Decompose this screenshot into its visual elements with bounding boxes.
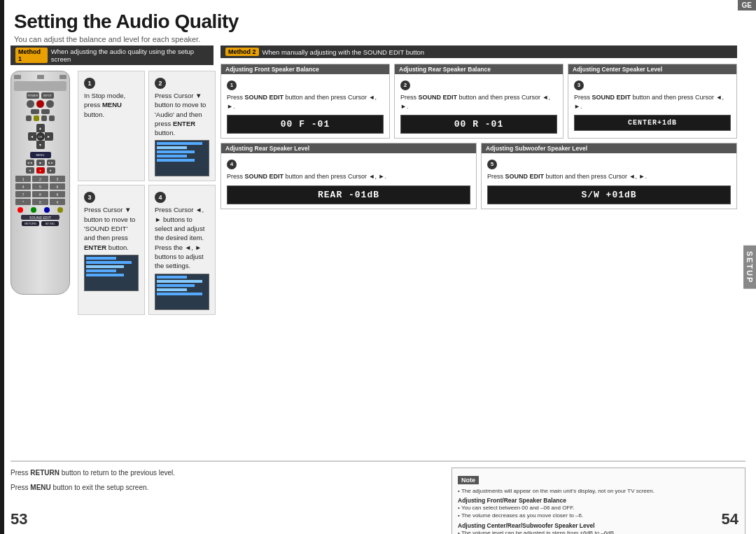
front-balance-box: Adjusting Front Speaker Balance 1 Press … <box>220 64 390 139</box>
bottom-area: Press RETURN button to return to the pre… <box>10 461 746 534</box>
adjust-grid-bottom: Adjusting Rear Speaker Level 4 Press SOU… <box>220 143 737 209</box>
center-level-display: CENTER+1dB <box>574 115 731 131</box>
page-container: GE SETUP Setting the Audio Quality You c… <box>0 0 756 534</box>
adjust-grid-top: Adjusting Front Speaker Balance 1 Press … <box>220 64 737 139</box>
step-2-text: Press Cursor ▼ button to move to 'Audio'… <box>155 91 209 137</box>
center-level-box: Adjusting Center Speaker Level 3 Press S… <box>568 64 737 139</box>
step-2-number: 2 <box>155 78 166 89</box>
page-num-left: 53 <box>10 510 27 528</box>
step-1: 1 In Stop mode, press MENU button. <box>78 71 145 181</box>
front-balance-text: Press SOUND EDIT button and then press C… <box>227 93 384 111</box>
screen-4 <box>155 274 209 310</box>
rear-level-content: 4 Press SOUND EDIT button and then press… <box>221 153 476 209</box>
note-section-1: Adjusting Front/Rear Speaker Balance <box>458 497 739 504</box>
note-text-3: • The volume decreases as you move close… <box>458 512 739 519</box>
sub-level-text: Press SOUND EDIT button and then press C… <box>487 172 731 181</box>
return-text-2: Press MENU button to exit the setup scre… <box>10 482 434 493</box>
front-balance-header: Adjusting Front Speaker Balance <box>221 64 389 74</box>
return-text-1: Press RETURN button to return to the pre… <box>10 468 434 478</box>
sub-level-content: 5 Press SOUND EDIT button and then press… <box>482 153 736 209</box>
step-1-number: 1 <box>84 78 95 89</box>
note-section-2: Adjusting Center/Rear/Subwoofer Speaker … <box>458 522 739 529</box>
center-level-text: Press SOUND EDIT button and then press C… <box>574 93 731 111</box>
header: Setting the Audio Quality You can adjust… <box>14 10 742 43</box>
note-box: Note • The adjustments will appear on th… <box>451 468 746 534</box>
step-circle-2: 2 <box>400 80 410 90</box>
rear-level-header: Adjusting Rear Speaker Level <box>221 143 476 153</box>
note-text-1: • The adjustments will appear on the mai… <box>458 487 739 495</box>
method2-badge: Method 2 <box>225 48 259 56</box>
step-circle-4: 4 <box>227 160 237 169</box>
method1-header: Method 1 When adjusting the audio qualit… <box>10 45 214 65</box>
step-circle-1: 1 <box>227 80 237 90</box>
method2-header: Method 2 When manually adjusting with th… <box>220 45 737 58</box>
front-balance-content: 1 Press SOUND EDIT button and then press… <box>221 74 389 138</box>
method2-section: Method 2 When manually adjusting with th… <box>220 45 737 209</box>
rear-balance-display: 00 R -01 <box>400 115 557 134</box>
step-circle-5: 5 <box>487 160 497 169</box>
note-text-4: • The volume level can be adjusted in st… <box>458 529 739 534</box>
step-circle-3: 3 <box>574 80 584 90</box>
center-level-header: Adjusting Center Speaker Level <box>568 64 736 74</box>
method1-badge: Method 1 <box>15 48 48 63</box>
rear-balance-header: Adjusting Rear Speaker Balance <box>395 64 563 74</box>
step-4: 4 Press Cursor ◄, ► buttons to select an… <box>148 185 216 314</box>
main-content: Method 1 When adjusting the audio qualit… <box>10 45 746 457</box>
page-subtitle: You can adjust the balance and level for… <box>14 35 742 43</box>
bottom-right: Note • The adjustments will appear on th… <box>451 468 746 534</box>
ge-badge: GE <box>738 0 756 10</box>
step-4-text: Press Cursor ◄, ► buttons to select and … <box>155 205 209 270</box>
rear-level-display: REAR -01dB <box>227 185 470 204</box>
sub-level-display: S/W +01dB <box>487 185 731 204</box>
step-3-text: Press Cursor ▼ button to move to 'SOUND … <box>84 205 139 251</box>
method2-title: When manually adjusting with the SOUND E… <box>262 48 425 56</box>
method1-steps: 1 In Stop mode, press MENU button. 2 Pre… <box>78 71 216 315</box>
center-level-content: 3 Press SOUND EDIT button and then press… <box>568 74 736 135</box>
rear-balance-text: Press SOUND EDIT button and then press C… <box>400 93 557 111</box>
step-4-number: 4 <box>155 192 166 203</box>
screen-2 <box>155 140 209 176</box>
rear-level-text: Press SOUND EDIT button and then press C… <box>227 172 470 181</box>
step-2: 2 Press Cursor ▼ button to move to 'Audi… <box>148 71 216 181</box>
bottom-left: Press RETURN button to return to the pre… <box>10 468 441 534</box>
screen-3 <box>84 255 139 291</box>
page-title: Setting the Audio Quality <box>14 10 742 33</box>
rear-balance-content: 2 Press SOUND EDIT button and then press… <box>395 74 563 138</box>
sub-level-box: Adjusting Subwoofer Speaker Level 5 Pres… <box>481 143 737 209</box>
remote-control-image: POWER INPUT <box>10 71 72 295</box>
rear-level-box: Adjusting Rear Speaker Level 4 Press SOU… <box>220 143 477 209</box>
method1-title: When adjusting the audio quality using t… <box>51 48 209 63</box>
sub-level-header: Adjusting Subwoofer Speaker Level <box>482 143 736 153</box>
method1-section: Method 1 When adjusting the audio qualit… <box>10 45 214 315</box>
note-title: Note <box>458 476 479 484</box>
page-num-right: 54 <box>722 510 738 528</box>
step-3-number: 3 <box>84 192 95 203</box>
step-3: 3 Press Cursor ▼ button to move to 'SOUN… <box>78 185 145 314</box>
rear-balance-box: Adjusting Rear Speaker Balance 2 Press S… <box>394 64 564 139</box>
left-accent-bar <box>0 0 4 534</box>
note-text-2: • You can select between 00 and –06 and … <box>458 504 739 512</box>
front-balance-display: 00 F -01 <box>227 115 384 134</box>
step-1-text: In Stop mode, press MENU button. <box>84 91 139 119</box>
